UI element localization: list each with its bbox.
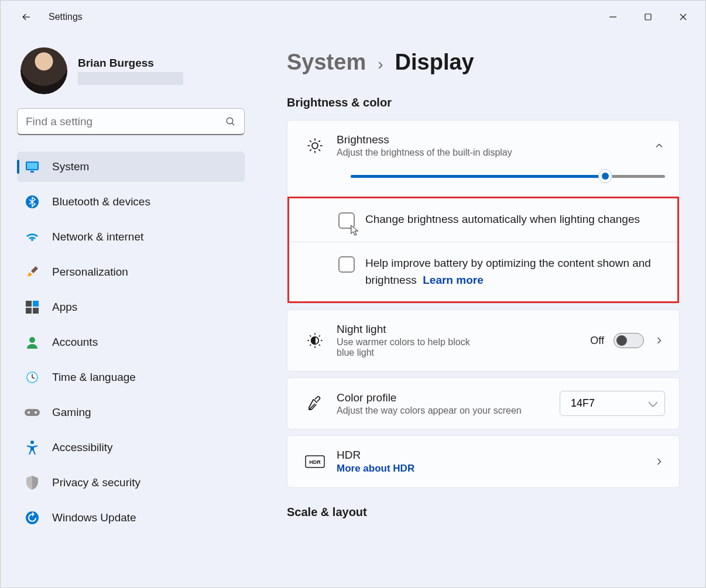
nav-label: Network & internet bbox=[52, 231, 143, 243]
gamepad-icon bbox=[24, 404, 40, 421]
svg-point-19 bbox=[35, 411, 37, 414]
colorprofile-select[interactable]: 14F7 bbox=[560, 391, 665, 416]
brightness-expand[interactable] bbox=[653, 140, 665, 152]
nightlight-icon bbox=[301, 332, 328, 349]
chevron-right-icon: › bbox=[378, 55, 383, 74]
nav-label: Bluetooth & devices bbox=[52, 195, 150, 208]
sidebar-item-accessibility[interactable]: Accessibility bbox=[17, 432, 245, 463]
auto-brightness-label: Change brightness automatically when lig… bbox=[365, 211, 640, 228]
sidebar-item-gaming[interactable]: Gaming bbox=[17, 397, 245, 428]
nav-label: Accounts bbox=[52, 336, 98, 349]
svg-line-36 bbox=[310, 335, 311, 336]
svg-rect-8 bbox=[30, 171, 34, 173]
nav-label: Windows Update bbox=[52, 511, 136, 524]
hdr-icon: HDR bbox=[301, 455, 328, 468]
svg-point-22 bbox=[312, 143, 318, 149]
svg-line-5 bbox=[232, 123, 234, 125]
back-button[interactable] bbox=[15, 5, 38, 29]
battery-optimize-label: Help improve battery by optimizing the c… bbox=[365, 255, 663, 288]
nav-label: Apps bbox=[52, 301, 77, 314]
sidebar-item-personalization[interactable]: Personalization bbox=[17, 257, 245, 287]
nightlight-toggle[interactable] bbox=[614, 333, 644, 348]
sidebar-item-apps[interactable]: Apps bbox=[17, 292, 245, 322]
window-title: Settings bbox=[49, 12, 83, 22]
person-icon bbox=[24, 334, 40, 350]
minimize-button[interactable] bbox=[595, 5, 630, 29]
svg-point-18 bbox=[28, 411, 30, 414]
maximize-icon bbox=[644, 13, 652, 21]
section-brightness-color: Brightness & color bbox=[287, 96, 680, 109]
brightness-slider[interactable] bbox=[351, 171, 665, 181]
search-input[interactable] bbox=[26, 115, 225, 128]
hdr-link[interactable]: More about HDR bbox=[337, 463, 653, 474]
brightness-card: Brightness Adjust the brightness of the … bbox=[287, 120, 680, 304]
sun-icon bbox=[301, 137, 328, 154]
slider-thumb[interactable] bbox=[598, 169, 612, 183]
section-scale-layout: Scale & layout bbox=[287, 506, 680, 519]
svg-line-39 bbox=[319, 335, 320, 336]
profile-block[interactable]: Brian Burgess bbox=[17, 47, 245, 94]
chevron-right-icon bbox=[653, 456, 665, 467]
brightness-sub: Adjust the brightness of the built-in di… bbox=[337, 147, 653, 158]
main-content: System › Display Brightness & color Brig… bbox=[261, 33, 705, 587]
nav-label: System bbox=[52, 160, 89, 173]
battery-optimize-text: Help improve battery by optimizing the c… bbox=[365, 257, 651, 286]
svg-point-20 bbox=[30, 441, 34, 444]
search-box[interactable] bbox=[17, 108, 245, 135]
profile-name: Brian Burgess bbox=[78, 57, 183, 70]
hdr-title: HDR bbox=[337, 449, 653, 462]
nav-label: Accessibility bbox=[52, 441, 112, 454]
svg-rect-17 bbox=[25, 409, 40, 416]
nav-label: Privacy & security bbox=[52, 476, 140, 489]
svg-rect-13 bbox=[33, 308, 39, 314]
svg-rect-10 bbox=[26, 301, 32, 307]
svg-rect-12 bbox=[26, 308, 32, 314]
cursor-icon bbox=[350, 224, 361, 237]
sidebar-item-accounts[interactable]: Accounts bbox=[17, 327, 245, 357]
sidebar-item-time[interactable]: Time & language bbox=[17, 362, 245, 393]
sidebar-item-network[interactable]: Network & internet bbox=[17, 222, 245, 252]
nightlight-card[interactable]: Night light Use warmer colors to help bl… bbox=[287, 310, 680, 372]
close-button[interactable] bbox=[666, 5, 701, 29]
monitor-icon bbox=[24, 159, 40, 175]
hdr-card[interactable]: HDR HDR More about HDR bbox=[287, 435, 680, 488]
brush-icon bbox=[24, 264, 40, 280]
accessibility-icon bbox=[24, 439, 40, 456]
svg-line-30 bbox=[318, 140, 320, 142]
arrow-left-icon bbox=[20, 11, 32, 23]
maximize-button[interactable] bbox=[630, 5, 666, 29]
nightlight-sub: Use warmer colors to help block blue lig… bbox=[337, 337, 471, 358]
sidebar: Brian Burgess System Bluetooth & devices… bbox=[1, 33, 261, 587]
brightness-header[interactable]: Brightness Adjust the brightness of the … bbox=[287, 121, 679, 171]
svg-rect-7 bbox=[27, 163, 37, 169]
svg-line-37 bbox=[319, 345, 320, 346]
svg-line-28 bbox=[318, 149, 320, 151]
minimize-icon bbox=[609, 13, 617, 21]
highlight-annotation: Change brightness automatically when lig… bbox=[287, 197, 679, 303]
colorprofile-card: Color profile Adjust the way colors appe… bbox=[287, 377, 680, 429]
breadcrumb-parent[interactable]: System bbox=[287, 50, 366, 75]
svg-rect-1 bbox=[645, 14, 651, 20]
sidebar-item-update[interactable]: Windows Update bbox=[17, 503, 245, 533]
colorprofile-value: 14F7 bbox=[571, 397, 595, 409]
slider-fill bbox=[351, 175, 605, 178]
clock-icon bbox=[24, 369, 40, 386]
nav-list: System Bluetooth & devices Network & int… bbox=[17, 152, 245, 533]
chevron-right-icon bbox=[653, 335, 665, 346]
nightlight-title: Night light bbox=[337, 323, 590, 336]
nav-label: Personalization bbox=[52, 266, 128, 278]
svg-point-4 bbox=[227, 118, 233, 124]
sidebar-item-bluetooth[interactable]: Bluetooth & devices bbox=[17, 187, 245, 217]
nightlight-state: Off bbox=[590, 335, 604, 347]
eyedropper-icon bbox=[301, 395, 328, 412]
breadcrumb: System › Display bbox=[287, 50, 680, 75]
shield-icon bbox=[24, 474, 40, 491]
svg-rect-11 bbox=[33, 301, 39, 307]
avatar bbox=[20, 47, 67, 94]
profile-email-redacted bbox=[78, 72, 183, 85]
sidebar-item-privacy[interactable]: Privacy & security bbox=[17, 467, 245, 498]
sidebar-item-system[interactable]: System bbox=[17, 152, 245, 182]
learn-more-link[interactable]: Learn more bbox=[423, 274, 483, 286]
battery-optimize-checkbox[interactable] bbox=[338, 256, 355, 273]
brightness-title: Brightness bbox=[337, 133, 653, 146]
